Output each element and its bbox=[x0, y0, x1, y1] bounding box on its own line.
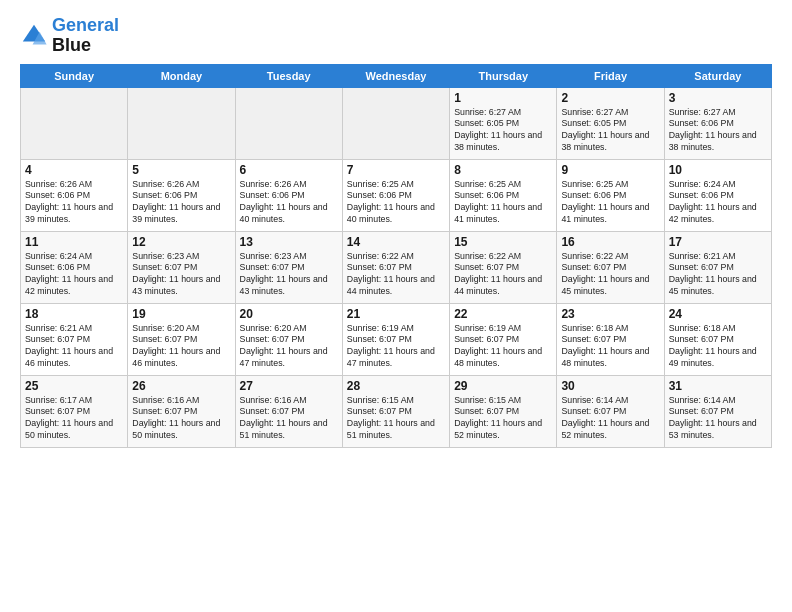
day-number: 5 bbox=[132, 163, 230, 177]
cell-info: Sunrise: 6:26 AMSunset: 6:06 PMDaylight:… bbox=[25, 179, 123, 227]
header-row: SundayMondayTuesdayWednesdayThursdayFrid… bbox=[21, 64, 772, 87]
day-number: 27 bbox=[240, 379, 338, 393]
weekday-header: Friday bbox=[557, 64, 664, 87]
day-number: 9 bbox=[561, 163, 659, 177]
day-number: 13 bbox=[240, 235, 338, 249]
page: General Blue SundayMondayTuesdayWednesda… bbox=[0, 0, 792, 458]
weekday-header: Wednesday bbox=[342, 64, 449, 87]
day-number: 19 bbox=[132, 307, 230, 321]
weekday-header: Thursday bbox=[450, 64, 557, 87]
calendar-cell: 26Sunrise: 6:16 AMSunset: 6:07 PMDayligh… bbox=[128, 375, 235, 447]
calendar-table: SundayMondayTuesdayWednesdayThursdayFrid… bbox=[20, 64, 772, 448]
calendar-cell: 13Sunrise: 6:23 AMSunset: 6:07 PMDayligh… bbox=[235, 231, 342, 303]
calendar-cell: 21Sunrise: 6:19 AMSunset: 6:07 PMDayligh… bbox=[342, 303, 449, 375]
day-number: 31 bbox=[669, 379, 767, 393]
day-number: 28 bbox=[347, 379, 445, 393]
weekday-header: Sunday bbox=[21, 64, 128, 87]
day-number: 10 bbox=[669, 163, 767, 177]
calendar-week: 1Sunrise: 6:27 AMSunset: 6:05 PMDaylight… bbox=[21, 87, 772, 159]
cell-info: Sunrise: 6:16 AMSunset: 6:07 PMDaylight:… bbox=[132, 395, 230, 443]
day-number: 24 bbox=[669, 307, 767, 321]
day-number: 16 bbox=[561, 235, 659, 249]
cell-info: Sunrise: 6:14 AMSunset: 6:07 PMDaylight:… bbox=[561, 395, 659, 443]
cell-info: Sunrise: 6:19 AMSunset: 6:07 PMDaylight:… bbox=[454, 323, 552, 371]
calendar-cell: 10Sunrise: 6:24 AMSunset: 6:06 PMDayligh… bbox=[664, 159, 771, 231]
calendar-cell: 11Sunrise: 6:24 AMSunset: 6:06 PMDayligh… bbox=[21, 231, 128, 303]
calendar-cell: 22Sunrise: 6:19 AMSunset: 6:07 PMDayligh… bbox=[450, 303, 557, 375]
cell-info: Sunrise: 6:27 AMSunset: 6:05 PMDaylight:… bbox=[454, 107, 552, 155]
day-number: 20 bbox=[240, 307, 338, 321]
calendar-cell: 19Sunrise: 6:20 AMSunset: 6:07 PMDayligh… bbox=[128, 303, 235, 375]
day-number: 18 bbox=[25, 307, 123, 321]
day-number: 11 bbox=[25, 235, 123, 249]
calendar-cell: 20Sunrise: 6:20 AMSunset: 6:07 PMDayligh… bbox=[235, 303, 342, 375]
day-number: 25 bbox=[25, 379, 123, 393]
cell-info: Sunrise: 6:25 AMSunset: 6:06 PMDaylight:… bbox=[347, 179, 445, 227]
calendar-cell: 31Sunrise: 6:14 AMSunset: 6:07 PMDayligh… bbox=[664, 375, 771, 447]
cell-info: Sunrise: 6:14 AMSunset: 6:07 PMDaylight:… bbox=[669, 395, 767, 443]
day-number: 6 bbox=[240, 163, 338, 177]
calendar-cell: 25Sunrise: 6:17 AMSunset: 6:07 PMDayligh… bbox=[21, 375, 128, 447]
cell-info: Sunrise: 6:24 AMSunset: 6:06 PMDaylight:… bbox=[669, 179, 767, 227]
logo-icon bbox=[20, 22, 48, 50]
calendar-cell: 24Sunrise: 6:18 AMSunset: 6:07 PMDayligh… bbox=[664, 303, 771, 375]
day-number: 29 bbox=[454, 379, 552, 393]
cell-info: Sunrise: 6:21 AMSunset: 6:07 PMDaylight:… bbox=[669, 251, 767, 299]
calendar-cell: 6Sunrise: 6:26 AMSunset: 6:06 PMDaylight… bbox=[235, 159, 342, 231]
day-number: 12 bbox=[132, 235, 230, 249]
calendar-cell: 2Sunrise: 6:27 AMSunset: 6:05 PMDaylight… bbox=[557, 87, 664, 159]
calendar-cell bbox=[21, 87, 128, 159]
cell-info: Sunrise: 6:19 AMSunset: 6:07 PMDaylight:… bbox=[347, 323, 445, 371]
day-number: 4 bbox=[25, 163, 123, 177]
calendar-cell: 15Sunrise: 6:22 AMSunset: 6:07 PMDayligh… bbox=[450, 231, 557, 303]
day-number: 26 bbox=[132, 379, 230, 393]
calendar-week: 18Sunrise: 6:21 AMSunset: 6:07 PMDayligh… bbox=[21, 303, 772, 375]
weekday-header: Monday bbox=[128, 64, 235, 87]
cell-info: Sunrise: 6:16 AMSunset: 6:07 PMDaylight:… bbox=[240, 395, 338, 443]
calendar-cell: 14Sunrise: 6:22 AMSunset: 6:07 PMDayligh… bbox=[342, 231, 449, 303]
cell-info: Sunrise: 6:23 AMSunset: 6:07 PMDaylight:… bbox=[132, 251, 230, 299]
calendar-cell: 16Sunrise: 6:22 AMSunset: 6:07 PMDayligh… bbox=[557, 231, 664, 303]
calendar-cell: 3Sunrise: 6:27 AMSunset: 6:06 PMDaylight… bbox=[664, 87, 771, 159]
cell-info: Sunrise: 6:15 AMSunset: 6:07 PMDaylight:… bbox=[347, 395, 445, 443]
cell-info: Sunrise: 6:27 AMSunset: 6:05 PMDaylight:… bbox=[561, 107, 659, 155]
cell-info: Sunrise: 6:26 AMSunset: 6:06 PMDaylight:… bbox=[132, 179, 230, 227]
day-number: 14 bbox=[347, 235, 445, 249]
day-number: 23 bbox=[561, 307, 659, 321]
calendar-cell: 29Sunrise: 6:15 AMSunset: 6:07 PMDayligh… bbox=[450, 375, 557, 447]
cell-info: Sunrise: 6:22 AMSunset: 6:07 PMDaylight:… bbox=[561, 251, 659, 299]
cell-info: Sunrise: 6:15 AMSunset: 6:07 PMDaylight:… bbox=[454, 395, 552, 443]
calendar-cell: 12Sunrise: 6:23 AMSunset: 6:07 PMDayligh… bbox=[128, 231, 235, 303]
day-number: 7 bbox=[347, 163, 445, 177]
calendar-cell: 23Sunrise: 6:18 AMSunset: 6:07 PMDayligh… bbox=[557, 303, 664, 375]
cell-info: Sunrise: 6:21 AMSunset: 6:07 PMDaylight:… bbox=[25, 323, 123, 371]
cell-info: Sunrise: 6:24 AMSunset: 6:06 PMDaylight:… bbox=[25, 251, 123, 299]
weekday-header: Saturday bbox=[664, 64, 771, 87]
cell-info: Sunrise: 6:23 AMSunset: 6:07 PMDaylight:… bbox=[240, 251, 338, 299]
cell-info: Sunrise: 6:22 AMSunset: 6:07 PMDaylight:… bbox=[454, 251, 552, 299]
day-number: 21 bbox=[347, 307, 445, 321]
calendar-cell: 27Sunrise: 6:16 AMSunset: 6:07 PMDayligh… bbox=[235, 375, 342, 447]
calendar-cell: 18Sunrise: 6:21 AMSunset: 6:07 PMDayligh… bbox=[21, 303, 128, 375]
calendar-cell bbox=[235, 87, 342, 159]
calendar-cell bbox=[342, 87, 449, 159]
cell-info: Sunrise: 6:18 AMSunset: 6:07 PMDaylight:… bbox=[669, 323, 767, 371]
logo-text: General Blue bbox=[52, 16, 119, 56]
day-number: 17 bbox=[669, 235, 767, 249]
calendar-week: 11Sunrise: 6:24 AMSunset: 6:06 PMDayligh… bbox=[21, 231, 772, 303]
cell-info: Sunrise: 6:26 AMSunset: 6:06 PMDaylight:… bbox=[240, 179, 338, 227]
logo: General Blue bbox=[20, 16, 119, 56]
cell-info: Sunrise: 6:17 AMSunset: 6:07 PMDaylight:… bbox=[25, 395, 123, 443]
day-number: 3 bbox=[669, 91, 767, 105]
calendar-cell: 1Sunrise: 6:27 AMSunset: 6:05 PMDaylight… bbox=[450, 87, 557, 159]
calendar-week: 25Sunrise: 6:17 AMSunset: 6:07 PMDayligh… bbox=[21, 375, 772, 447]
calendar-cell: 5Sunrise: 6:26 AMSunset: 6:06 PMDaylight… bbox=[128, 159, 235, 231]
calendar-cell bbox=[128, 87, 235, 159]
day-number: 8 bbox=[454, 163, 552, 177]
calendar-cell: 4Sunrise: 6:26 AMSunset: 6:06 PMDaylight… bbox=[21, 159, 128, 231]
cell-info: Sunrise: 6:25 AMSunset: 6:06 PMDaylight:… bbox=[561, 179, 659, 227]
calendar-cell: 30Sunrise: 6:14 AMSunset: 6:07 PMDayligh… bbox=[557, 375, 664, 447]
calendar-week: 4Sunrise: 6:26 AMSunset: 6:06 PMDaylight… bbox=[21, 159, 772, 231]
cell-info: Sunrise: 6:20 AMSunset: 6:07 PMDaylight:… bbox=[132, 323, 230, 371]
calendar-cell: 28Sunrise: 6:15 AMSunset: 6:07 PMDayligh… bbox=[342, 375, 449, 447]
